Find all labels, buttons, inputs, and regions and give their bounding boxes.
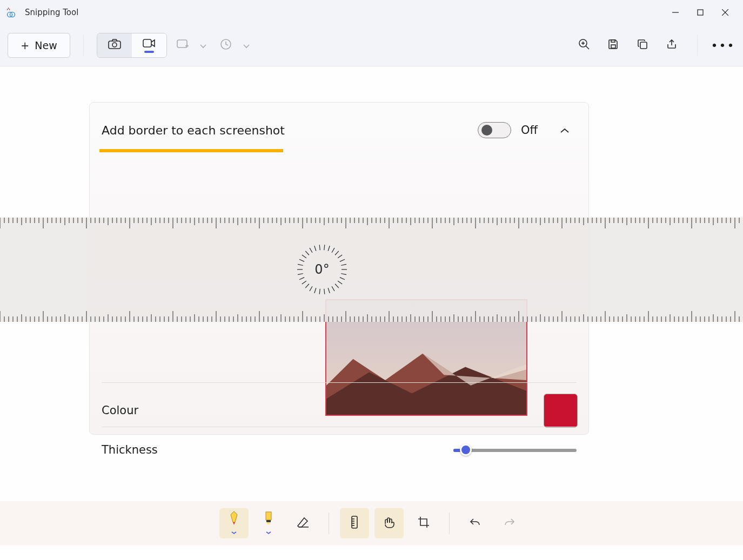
mode-segmented <box>97 33 167 58</box>
chevron-down-icon <box>266 527 271 537</box>
canvas: Add border to each screenshot Off Colour… <box>0 66 743 501</box>
svg-rect-398 <box>266 520 271 522</box>
redo-button[interactable] <box>495 508 524 538</box>
redo-icon <box>504 517 516 530</box>
highlighter-icon <box>263 510 274 528</box>
border-setting-label: Add border to each screenshot <box>102 124 285 137</box>
chevron-down-icon <box>231 527 237 537</box>
eraser-tool[interactable] <box>289 508 318 538</box>
app-icon <box>5 7 16 18</box>
delay-dropdown[interactable] <box>215 33 253 57</box>
mode-indicator <box>144 51 154 53</box>
separator <box>697 35 698 56</box>
svg-rect-12 <box>177 40 187 48</box>
svg-rect-3 <box>7 9 8 10</box>
separator <box>329 512 329 534</box>
snip-shape-dropdown[interactable] <box>171 33 210 57</box>
chevron-down-icon <box>200 41 206 51</box>
zoom-button[interactable] <box>572 33 597 57</box>
touch-writing-tool[interactable] <box>374 508 404 538</box>
camera-icon <box>108 38 122 52</box>
new-button-label: New <box>35 39 57 51</box>
colour-swatch[interactable] <box>544 394 578 428</box>
crop-icon <box>417 516 430 531</box>
colour-label: Colour <box>102 404 138 417</box>
more-button[interactable]: ••• <box>711 33 735 57</box>
svg-rect-399 <box>267 522 270 524</box>
thickness-row: Thickness <box>102 435 577 465</box>
border-toggle[interactable] <box>478 122 511 138</box>
collapse-button[interactable] <box>557 123 572 138</box>
edit-toolbar <box>0 501 743 545</box>
colour-row[interactable]: Colour <box>102 393 578 428</box>
close-button[interactable] <box>713 2 738 23</box>
video-icon <box>142 38 156 51</box>
ruler-icon <box>351 515 358 531</box>
copy-button[interactable] <box>630 33 655 57</box>
maximize-button[interactable] <box>688 2 713 23</box>
thickness-label: Thickness <box>102 443 158 456</box>
window-title: Snipping Tool <box>25 8 78 17</box>
highlighter-stroke <box>99 149 283 152</box>
save-icon <box>607 38 619 52</box>
titlebar: Snipping Tool <box>0 0 743 25</box>
eraser-icon <box>297 516 310 530</box>
more-icon: ••• <box>711 39 735 52</box>
svg-rect-4 <box>9 9 10 10</box>
hand-draw-icon <box>383 516 396 530</box>
record-mode-button[interactable] <box>132 33 166 57</box>
svg-rect-397 <box>266 512 271 520</box>
pen-tool[interactable] <box>219 508 249 538</box>
svg-line-17 <box>586 46 589 49</box>
svg-point-10 <box>112 43 117 47</box>
svg-rect-11 <box>143 39 151 47</box>
share-button[interactable] <box>659 33 684 57</box>
svg-rect-20 <box>611 45 615 48</box>
border-toggle-state: Off <box>521 124 538 137</box>
zoom-icon <box>578 38 590 52</box>
thickness-slider[interactable] <box>453 444 577 456</box>
svg-rect-2 <box>8 8 9 9</box>
crop-tool[interactable] <box>409 508 438 538</box>
undo-icon <box>469 517 481 530</box>
chevron-down-icon <box>243 41 250 51</box>
share-icon <box>666 38 678 52</box>
svg-rect-6 <box>698 10 703 15</box>
ruler-tool[interactable] <box>340 508 369 538</box>
rectangle-plus-icon <box>176 38 189 52</box>
separator <box>83 35 84 56</box>
svg-rect-9 <box>109 41 121 49</box>
new-button[interactable]: + New <box>8 33 70 58</box>
pen-icon <box>229 510 239 528</box>
svg-rect-22 <box>640 42 647 49</box>
toolbar: + New ••• <box>0 25 743 66</box>
svg-rect-401 <box>352 516 357 528</box>
highlighter-tool[interactable] <box>254 508 283 538</box>
minimize-button[interactable] <box>663 2 688 23</box>
snip-mode-button[interactable] <box>97 33 132 57</box>
clock-icon <box>220 38 232 52</box>
separator <box>449 512 450 534</box>
save-button[interactable] <box>601 33 626 57</box>
undo-button[interactable] <box>460 508 490 538</box>
copy-icon <box>637 38 648 52</box>
svg-rect-21 <box>611 40 615 42</box>
chevron-up-icon <box>560 125 569 136</box>
plus-icon: + <box>21 39 29 51</box>
